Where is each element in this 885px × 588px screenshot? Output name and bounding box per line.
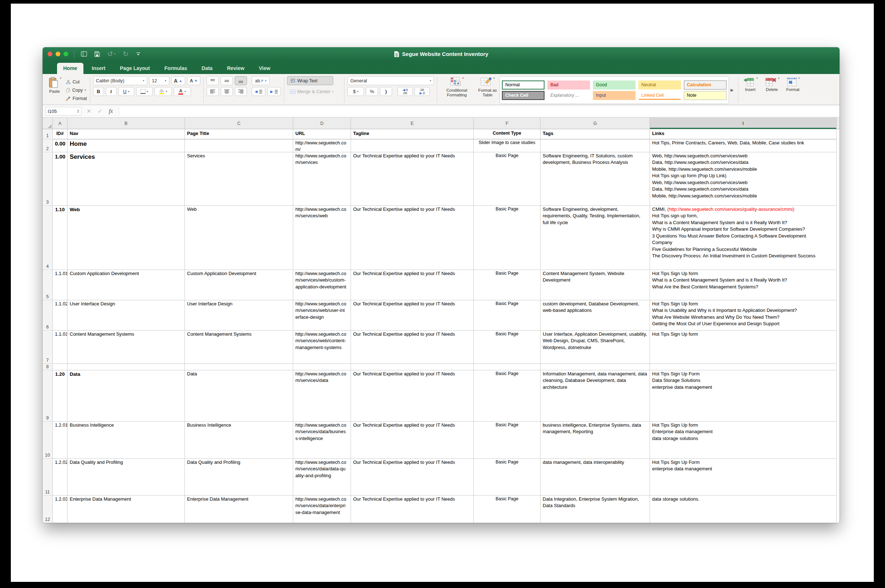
cell-E8[interactable] <box>351 364 474 370</box>
tab-formulas[interactable]: Formulas <box>158 63 193 74</box>
cell-C4[interactable]: Web <box>185 206 293 270</box>
cell-A4[interactable]: 1.10 <box>53 206 68 270</box>
increase-decimal-button[interactable]: ◀.0.00 <box>398 87 413 96</box>
cell-style-explanatory[interactable]: Explanatory ... <box>547 91 590 100</box>
cell-C11[interactable]: Data Quality and Profiling <box>185 459 293 496</box>
cell-B8[interactable] <box>68 364 185 370</box>
cell-I10[interactable]: Hot Tips Sign Up formEnterprise data man… <box>650 422 837 459</box>
cell-F6[interactable]: Basic Page <box>474 300 541 331</box>
align-middle-button[interactable] <box>221 76 233 85</box>
cell-I6[interactable]: Hot Tips Sign Up formWhat is Usability a… <box>650 300 837 331</box>
fill-color-button[interactable]: ▾ <box>155 87 172 96</box>
delete-cells-button[interactable]: ▾ Delete <box>763 76 781 104</box>
cell-D3[interactable]: http://www.seguetech.com/services <box>293 152 351 206</box>
row-header-1[interactable]: 1 <box>43 129 53 140</box>
cell-E11[interactable]: Our Technical Expertise applied to your … <box>351 459 474 496</box>
cell-style-good[interactable]: Good <box>593 81 636 90</box>
collapse-toolbar-icon[interactable] <box>136 52 141 56</box>
tab-insert[interactable]: Insert <box>86 63 111 74</box>
cell-A10[interactable]: 1.2.01 <box>53 422 68 459</box>
cell-D4[interactable]: http://www.seguetech.com/services/web <box>293 206 351 270</box>
cell-B5[interactable]: Custom Application Development <box>68 270 185 300</box>
minimize-button[interactable] <box>56 52 60 56</box>
wrap-text-button[interactable]: Wrap Text <box>287 76 333 85</box>
cell-A9[interactable]: 1.20 <box>53 370 68 422</box>
header-cell-url[interactable]: URL <box>293 129 351 140</box>
cell-style-normal[interactable]: Normal <box>502 81 544 90</box>
cell-A6[interactable]: 1.1.02 <box>53 300 68 331</box>
cell-G9[interactable]: Information Management, data management,… <box>541 370 650 422</box>
increase-font-icon[interactable]: A▲ <box>171 76 185 85</box>
column-header-I[interactable]: I <box>650 118 837 129</box>
column-header-D[interactable]: D <box>293 118 351 129</box>
cell-I5[interactable]: Hot Tips Sign Up formWhat is a Content M… <box>650 270 837 300</box>
align-left-button[interactable] <box>207 87 219 96</box>
cell-C9[interactable]: Data <box>185 370 293 422</box>
cell-B4[interactable]: Web <box>68 206 185 270</box>
cell-F8[interactable] <box>474 364 541 370</box>
column-header-F[interactable]: F <box>474 118 541 129</box>
row-header-7[interactable]: 7 <box>43 331 53 364</box>
styles-gallery-more-icon[interactable]: ▶ <box>729 76 735 104</box>
zoom-button[interactable] <box>63 52 68 56</box>
header-cell-links[interactable]: Links <box>650 129 837 140</box>
conditional-formatting-button[interactable]: ≠ ▾ Conditional Formatting <box>440 76 473 104</box>
header-cell-page-title[interactable]: Page Title <box>185 129 293 140</box>
decrease-indent-button[interactable]: ◀ <box>252 87 265 96</box>
row-header-3[interactable]: 3 <box>43 152 53 206</box>
cell-A2[interactable]: 0.00 <box>53 140 68 152</box>
cell-A8[interactable] <box>53 364 68 370</box>
cell-D10[interactable]: http://www.seguetech.com/services/data/b… <box>293 422 351 459</box>
cell-G10[interactable]: business intelligence, Enterprise System… <box>541 422 650 459</box>
cell-I4[interactable]: CMMI, (http://www.seguetech.com/services… <box>650 206 837 270</box>
bold-button[interactable]: B <box>93 87 104 96</box>
redo-icon[interactable]: ↻ <box>123 51 129 57</box>
save-icon[interactable] <box>94 51 100 57</box>
underline-button[interactable]: U▾ <box>119 87 134 96</box>
column-header-E[interactable]: E <box>351 118 474 129</box>
select-all-corner[interactable] <box>43 118 53 129</box>
header-cell-nav[interactable]: Nav <box>68 129 185 140</box>
row-header-10[interactable]: 10 <box>43 422 53 459</box>
cell-style-neutral[interactable]: Neutral <box>639 81 681 90</box>
currency-button[interactable]: $▾ <box>347 87 364 96</box>
cell-A7[interactable]: 1.1.03 <box>53 331 68 364</box>
row-header-8[interactable]: 8 <box>43 364 53 370</box>
font-size-select[interactable]: 12▾ <box>149 76 169 85</box>
cell-C6[interactable]: User Interface Design <box>185 300 293 331</box>
cell-D7[interactable]: http://www.seguetech.com/services/web/co… <box>293 331 351 364</box>
format-painter-button[interactable]: Format <box>66 95 87 102</box>
cell-G5[interactable]: Content Management System, Website Devel… <box>541 270 650 300</box>
cell-style-note[interactable]: Note <box>684 91 726 100</box>
column-header-C[interactable]: C <box>185 118 293 129</box>
cell-B6[interactable]: User Interface Design <box>68 300 185 331</box>
undo-icon[interactable]: ↺▾ <box>107 51 116 57</box>
cell-B11[interactable]: Data Quality and Profiling <box>68 459 185 496</box>
formula-input[interactable] <box>119 107 840 116</box>
format-as-table-button[interactable]: ▾ Format as Table <box>476 76 499 104</box>
cell-G12[interactable]: Data Integration, Enterprise System Migr… <box>541 496 650 523</box>
row-header-11[interactable]: 11 <box>43 459 53 496</box>
cell-D8[interactable] <box>293 364 351 370</box>
cell-E9[interactable]: Our Technical Expertise applied to your … <box>351 370 474 422</box>
tab-view[interactable]: View <box>253 63 276 74</box>
name-box-spinner-icon[interactable]: ▲▼ <box>77 109 80 114</box>
cell-style-bad[interactable]: Bad <box>547 81 590 90</box>
cell-G8[interactable] <box>541 364 650 370</box>
workbook-icon[interactable] <box>81 51 87 57</box>
cell-C5[interactable]: Custom Application Development <box>185 270 293 300</box>
cell-D6[interactable]: http://www.seguetech.com/services/web/us… <box>293 300 351 331</box>
cell-F7[interactable]: Basic Page <box>474 331 541 364</box>
cell-B7[interactable]: Content Management Systems <box>68 331 185 364</box>
cell-E6[interactable]: Our Technical Expertise applied to your … <box>351 300 474 331</box>
cell-I12[interactable]: data storage solutions. <box>650 496 837 523</box>
cell-G3[interactable]: Software Engineering, IT Solutions, cust… <box>541 152 650 206</box>
header-cell-tagline[interactable]: Tagline <box>351 129 474 140</box>
cell-F12[interactable]: Basic Page <box>474 496 541 523</box>
cell-C10[interactable]: Business Intelligence <box>185 422 293 459</box>
cell-E2[interactable] <box>351 140 474 152</box>
cell-C12[interactable]: Enterprise Data Management <box>185 496 293 523</box>
cell-A5[interactable]: 1.1.01 <box>53 270 68 300</box>
cell-B10[interactable]: Business Intelligence <box>68 422 185 459</box>
cell-I7[interactable]: Hot Tips Sign Up form <box>650 331 837 364</box>
